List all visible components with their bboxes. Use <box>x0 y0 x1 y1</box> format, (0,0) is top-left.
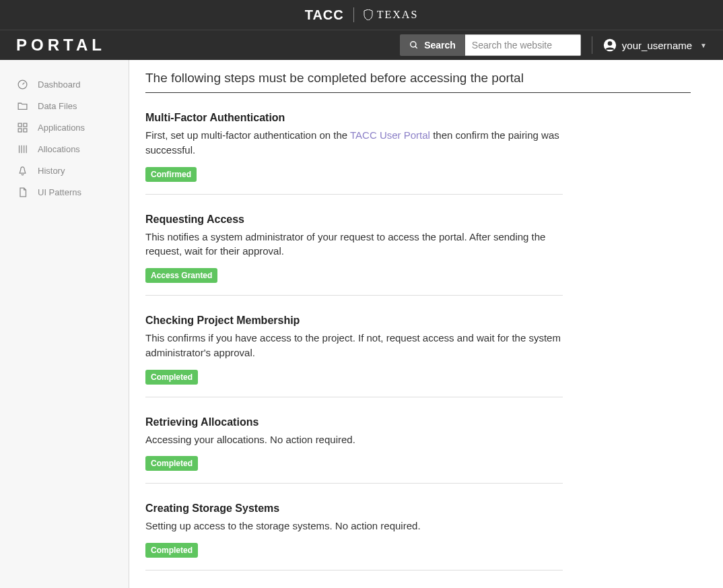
step-title: Multi-Factor Authentication <box>145 112 563 124</box>
user-menu[interactable]: your_username ▼ <box>603 38 707 52</box>
step-description: Setting up access to the storage systems… <box>145 519 563 533</box>
step-description: This confirms if you have access to the … <box>145 331 563 360</box>
step-storage: Creating Storage Systems Setting up acce… <box>145 502 563 570</box>
search-button[interactable]: Search <box>400 34 465 56</box>
svg-rect-6 <box>23 123 26 127</box>
step-title: Retrieving Allocations <box>145 416 563 428</box>
svg-rect-7 <box>18 128 22 131</box>
sidebar-item-history[interactable]: History <box>0 160 129 181</box>
step-description: This notifies a system administrator of … <box>145 230 563 259</box>
tacc-logo[interactable]: TACC <box>305 7 344 23</box>
page-title: The following steps must be completed be… <box>145 71 691 93</box>
brand-bar: TACC TEXAS <box>0 0 723 30</box>
step-list: Multi-Factor Authentication First, set u… <box>145 112 563 570</box>
status-badge: Access Granted <box>145 268 217 283</box>
chevron-down-icon: ▼ <box>700 42 707 49</box>
svg-point-0 <box>411 42 416 47</box>
step-request-access: Requesting Access This notifies a system… <box>145 214 563 296</box>
status-badge: Confirmed <box>145 167 197 182</box>
search-button-label: Search <box>424 40 456 51</box>
bars-icon <box>16 143 28 155</box>
texas-logo[interactable]: TEXAS <box>364 9 419 21</box>
user-separator <box>592 36 592 54</box>
sidebar-item-label: Applications <box>38 123 85 133</box>
sidebar-item-label: Allocations <box>38 144 80 154</box>
svg-rect-5 <box>18 123 22 127</box>
sidebar-item-allocations[interactable]: Allocations <box>0 138 129 160</box>
status-badge: Completed <box>145 370 198 385</box>
main-content: The following steps must be completed be… <box>129 60 723 588</box>
sidebar-item-ui-patterns[interactable]: UI Patterns <box>0 181 129 203</box>
shield-icon <box>364 9 373 20</box>
step-project-membership: Checking Project Membership This confirm… <box>145 315 563 397</box>
svg-line-1 <box>415 46 417 48</box>
sidebar-item-applications[interactable]: Applications <box>0 117 129 138</box>
step-title: Requesting Access <box>145 214 563 226</box>
apps-icon <box>16 121 28 133</box>
step-description: Accessing your allocations. No action re… <box>145 432 563 447</box>
status-badge: Completed <box>145 543 198 558</box>
sidebar-item-label: Dashboard <box>38 79 81 90</box>
step-desc-pre: First, set up multi-factor authenticatio… <box>145 129 350 141</box>
tacc-user-portal-link[interactable]: TACC User Portal <box>350 129 430 141</box>
gauge-icon <box>16 78 28 90</box>
bell-icon <box>16 164 28 176</box>
search-wrap: Search <box>400 34 581 56</box>
step-allocations: Retrieving Allocations Accessing your al… <box>145 416 563 484</box>
step-mfa: Multi-Factor Authentication First, set u… <box>145 112 563 195</box>
brand-divider <box>353 7 354 22</box>
portal-logo[interactable]: PORTAL <box>16 36 106 55</box>
step-title: Checking Project Membership <box>145 315 563 327</box>
username-label: your_username <box>622 40 692 51</box>
folder-icon <box>16 100 28 112</box>
search-input[interactable] <box>465 34 581 56</box>
svg-rect-8 <box>23 128 26 131</box>
user-icon <box>603 38 617 52</box>
step-title: Creating Storage Systems <box>145 502 563 515</box>
sidebar: Dashboard Data Files Applications Alloca… <box>0 60 129 588</box>
search-icon <box>409 40 419 50</box>
step-description: First, set up multi-factor authenticatio… <box>145 128 563 158</box>
sidebar-item-dashboard[interactable]: Dashboard <box>0 73 129 95</box>
svg-point-3 <box>608 41 613 46</box>
portal-header: PORTAL Search your_username ▼ <box>0 30 723 60</box>
sidebar-item-label: Data Files <box>38 101 77 111</box>
texas-logo-text: TEXAS <box>377 9 419 21</box>
status-badge: Completed <box>145 456 198 471</box>
document-icon <box>16 186 28 198</box>
sidebar-item-data-files[interactable]: Data Files <box>0 95 129 117</box>
sidebar-item-label: UI Patterns <box>38 187 81 197</box>
sidebar-item-label: History <box>38 166 65 176</box>
